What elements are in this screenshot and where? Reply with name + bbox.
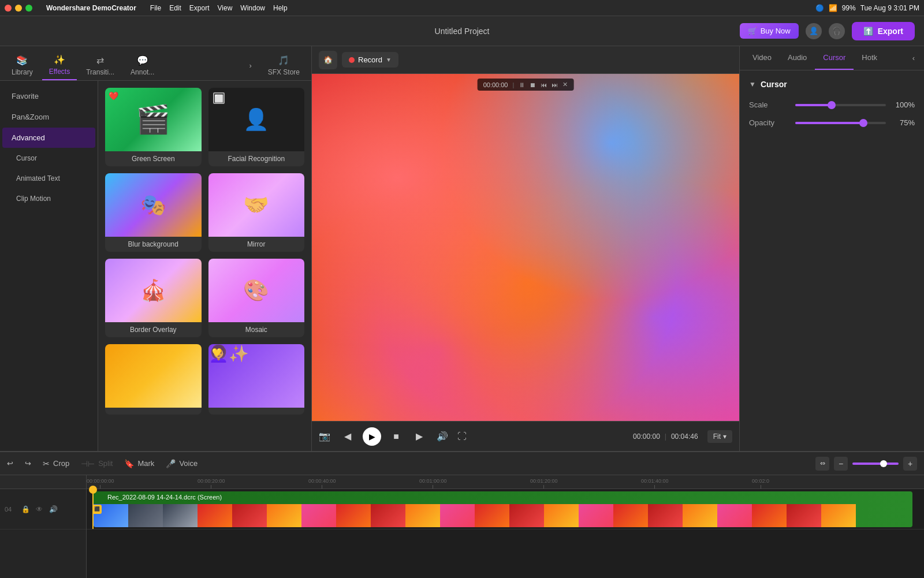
timeline-main[interactable]: 00:00:00:00 00:00:20:00 00:00:40:00 00:0… — [87, 475, 924, 578]
ruler-text-40: 00:00:40:00 — [308, 478, 336, 484]
overlay-pause-btn[interactable]: ⏸ — [519, 81, 525, 88]
sidebar-item-animatedtext[interactable]: Animated Text — [2, 169, 95, 188]
home-button[interactable]: 🏠 — [319, 51, 337, 69]
right-tab-more[interactable]: ‹ — [908, 54, 919, 62]
effect-card-greenscreen[interactable]: ❤️ 🎬 Green Screen — [105, 88, 202, 166]
play-button[interactable]: ▶ — [363, 427, 381, 446]
cursor-section-title: Cursor — [761, 80, 787, 89]
effects-grid: ❤️ 🎬 Green Screen ⬜ 👤 Facial Recognition — [98, 81, 311, 451]
effect-card-mirror[interactable]: 🤝 Mirror — [208, 173, 305, 252]
overlay-close-btn[interactable]: ✕ — [562, 81, 568, 88]
mark-button[interactable]: 🔖 Mark — [124, 459, 154, 468]
tab-annotations-label: Annot... — [131, 68, 154, 76]
fit-button[interactable]: Fit ▾ — [707, 430, 732, 443]
clip-thumb-14 — [544, 504, 579, 527]
trim-handle[interactable]: ⬛ — [92, 505, 102, 514]
audio-icon[interactable]: 🔊 — [47, 504, 59, 515]
close-button[interactable] — [5, 5, 12, 12]
tab-transitions[interactable]: ⇄ Transiti... — [79, 51, 121, 80]
track-number: 04 — [5, 506, 16, 513]
menu-file[interactable]: File — [150, 4, 161, 12]
maximize-button[interactable] — [25, 5, 32, 12]
sidebar-item-clipmotion[interactable]: Clip Motion — [2, 189, 95, 208]
sidebar-item-advanced[interactable]: Advanced — [2, 128, 95, 148]
tab-annotations[interactable]: 💬 Annot... — [124, 51, 161, 80]
record-dot — [349, 57, 355, 63]
align-icon: ⬜ — [213, 92, 225, 104]
scale-property: Scale 100% — [749, 100, 915, 109]
scale-slider-wrap — [795, 104, 886, 106]
overlay-next-btn[interactable]: ⏭ — [552, 81, 558, 88]
export-button[interactable]: ⬆️ Export — [852, 22, 915, 40]
stop-button[interactable]: ■ — [388, 428, 404, 445]
menu-view[interactable]: View — [218, 4, 233, 12]
section-collapse-icon[interactable]: ▼ — [749, 80, 756, 88]
menu-export[interactable]: Export — [189, 4, 210, 12]
track-clip[interactable]: Rec_2022-08-09 14-24-14.dcrc (Screen) — [94, 491, 912, 527]
next-frame-button[interactable]: ▶ — [411, 428, 427, 445]
effect-card-extra1[interactable] — [105, 344, 202, 415]
clip-thumbnails — [94, 504, 912, 527]
clip-thumb-4 — [198, 504, 232, 527]
minimize-button[interactable] — [15, 5, 22, 12]
account-button[interactable]: 👤 — [806, 23, 822, 39]
crop-label: Crop — [53, 459, 69, 468]
mosaic-person-icon: 🎨 — [243, 278, 269, 303]
split-button[interactable]: ⊣⊢ Split — [81, 459, 113, 468]
zoom-slider-thumb[interactable] — [880, 460, 887, 467]
tab-library[interactable]: 📚 Library — [5, 51, 40, 80]
menu-help[interactable]: Help — [273, 4, 288, 12]
zoom-in-button[interactable]: + — [903, 457, 917, 471]
undo-button[interactable]: ↩ — [7, 459, 13, 468]
overlay-prev-btn[interactable]: ⏮ — [541, 81, 547, 88]
sidebar-item-cursor[interactable]: Cursor — [2, 148, 95, 168]
ruler-text-60: 00:01:00:00 — [419, 478, 447, 484]
headphones-button[interactable]: 🎧 — [829, 23, 845, 39]
ruler-text-80: 00:01:20:00 — [530, 478, 558, 484]
tab-audio[interactable]: Audio — [780, 46, 815, 70]
tab-cursor[interactable]: Cursor — [815, 46, 854, 70]
tab-hotkeys[interactable]: Hotk — [854, 46, 885, 70]
buy-now-button[interactable]: 🛒 Buy Now — [740, 23, 799, 39]
crop-button[interactable]: ✂ Crop — [43, 459, 69, 468]
menu-window[interactable]: Window — [240, 4, 265, 12]
sidebar-item-panzoom[interactable]: Pan&Zoom — [2, 107, 95, 127]
prev-frame-button[interactable]: ◀ — [340, 428, 356, 445]
fullscreen-button[interactable]: ⛶ — [457, 431, 467, 442]
ruler-text-100: 00:01:40:00 — [641, 478, 669, 484]
effect-card-border[interactable]: 🎪 Border Overlay — [105, 259, 202, 337]
tab-video[interactable]: Video — [744, 46, 780, 70]
tab-effects[interactable]: ✨ Effects — [42, 51, 77, 80]
opacity-thumb[interactable] — [859, 119, 867, 127]
ruler-mark-60: 00:01:00:00 — [419, 478, 447, 488]
ruler-mark-100: 00:01:40:00 — [641, 478, 669, 488]
effect-card-facial[interactable]: ⬜ 👤 Facial Recognition — [208, 88, 305, 166]
lock-icon[interactable]: 🔒 — [20, 504, 31, 515]
playhead[interactable] — [92, 489, 94, 529]
titlebar-right: 🛒 Buy Now 👤 🎧 ⬆️ Export — [740, 22, 915, 40]
eye-icon[interactable]: 👁 — [33, 504, 45, 515]
effects-icon: ✨ — [54, 54, 65, 65]
volume-button[interactable]: 🔊 — [437, 431, 448, 442]
zoom-slider[interactable] — [852, 463, 899, 465]
overlay-stop-btn[interactable]: ⏹ — [530, 81, 536, 88]
voice-label: Voice — [179, 459, 198, 468]
tab-more-button[interactable]: › — [243, 58, 259, 74]
zoom-out-button[interactable]: − — [834, 457, 848, 471]
sidebar-item-favorite[interactable]: Favorite — [2, 86, 95, 106]
record-label: Record — [358, 55, 382, 64]
effect-card-extra2[interactable]: 💛 👩‍🦱✨ — [208, 344, 305, 415]
ruler-text-120: 00:02:0 — [752, 478, 769, 484]
scale-thumb[interactable] — [828, 101, 836, 109]
snapshot-button[interactable]: 📷 — [319, 431, 330, 442]
tab-sfx[interactable]: 🎵 SFX Store — [261, 51, 307, 80]
record-button[interactable]: Record ▼ — [342, 52, 398, 68]
voice-button[interactable]: 🎤 Voice — [166, 459, 198, 468]
timeline-ruler: 00:00:00:00 00:00:20:00 00:00:40:00 00:0… — [87, 475, 924, 489]
effect-card-blur[interactable]: 🎭 Blur background — [105, 173, 202, 252]
menu-edit[interactable]: Edit — [169, 4, 181, 12]
track-icons: 🔒 👁 🔊 — [20, 504, 59, 515]
redo-button[interactable]: ↪ — [25, 459, 31, 468]
timeline-fit-button[interactable]: ⇔ — [815, 457, 829, 471]
effect-card-mosaic[interactable]: 🎨 Mosaic — [208, 259, 305, 337]
